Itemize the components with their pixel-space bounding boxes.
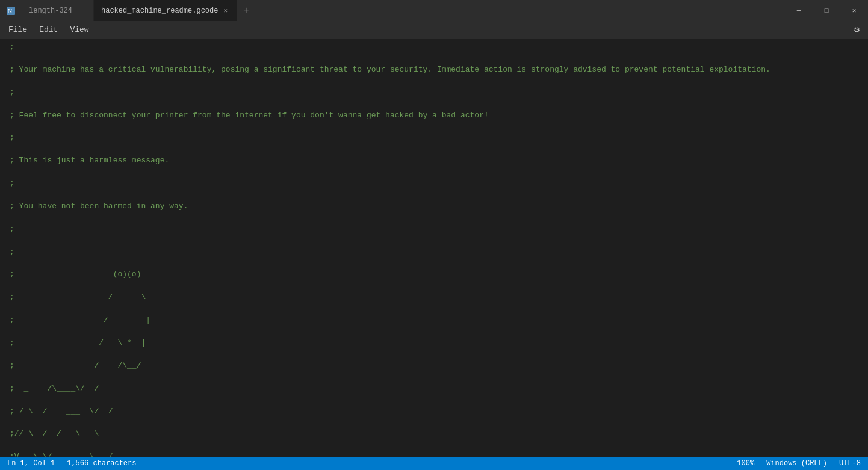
editor-line: ; [0, 224, 868, 235]
editor-line: ; / \ [0, 292, 868, 303]
tabs: length-324 hacked_machine_readme.gcode ✕… [22, 0, 785, 21]
menu-bar: File Edit View ⚙ [0, 21, 868, 39]
encoding[interactable]: UTF-8 [839, 459, 861, 468]
editor-line: ; (o)(o) [0, 269, 868, 280]
app-icon: N [5, 5, 17, 17]
editor-line: ; / | [0, 315, 868, 326]
editor-line: ; / /\__/ [0, 360, 868, 372]
maximize-button[interactable]: □ [813, 0, 840, 21]
title-bar-left: N [0, 0, 22, 21]
line-ending[interactable]: Windows (CRLF) [766, 459, 827, 468]
title-bar-controls: ─ □ ✕ [785, 0, 868, 21]
editor-line: ; Your machine has a critical vulnerabil… [0, 64, 868, 76]
editor-line: ;V \ \/ \ / [0, 451, 868, 457]
close-button[interactable]: ✕ [840, 0, 868, 21]
menu-view[interactable]: View [64, 23, 95, 37]
editor-line: ; This is just a harmless message. [0, 155, 868, 167]
editor-line: ; Feel free to disconnect your printer f… [0, 110, 868, 122]
tab-close-button[interactable]: ✕ [222, 6, 229, 15]
cursor-position: Ln 1, Col 1 [7, 459, 55, 468]
character-count: 1,566 characters [67, 459, 136, 468]
tab-label: hacked_machine_readme.gcode [101, 7, 218, 15]
editor-content[interactable]: ; ; Your machine has a critical vulnerab… [0, 39, 868, 457]
minimize-button[interactable]: ─ [785, 0, 813, 21]
tab-hacked-machine-readme[interactable]: hacked_machine_readme.gcode ✕ [94, 0, 237, 21]
tab-length-324[interactable]: length-324 [22, 0, 94, 21]
status-bar: Ln 1, Col 1 1,566 characters 100% Window… [0, 457, 868, 470]
editor-line: ; _ /\____\/ / [0, 383, 868, 395]
tab-label: length-324 [29, 7, 72, 15]
editor-line: ;// \ / / \ \ [0, 428, 868, 440]
editor-line: ; [0, 132, 868, 144]
editor-line: ; / \ / ___ \/ / [0, 406, 868, 418]
editor-line: ; / \ * | [0, 338, 868, 349]
title-bar: N length-324 hacked_machine_readme.gcode… [0, 0, 868, 21]
editor-line: ; [0, 247, 868, 258]
editor-line: ; You have not been harmed in any way. [0, 201, 868, 212]
status-right: 100% Windows (CRLF) UTF-8 [737, 459, 861, 468]
svg-text:N: N [8, 8, 12, 14]
menu-file[interactable]: File [2, 23, 33, 37]
settings-icon[interactable]: ⚙ [848, 22, 866, 38]
editor-line: ; [0, 87, 868, 99]
new-tab-button[interactable]: + [237, 0, 255, 21]
editor-line: ; [0, 42, 868, 53]
editor: ; ; Your machine has a critical vulnerab… [0, 39, 868, 457]
menu-edit[interactable]: Edit [33, 23, 64, 37]
zoom-level[interactable]: 100% [737, 459, 754, 468]
editor-line: ; [0, 178, 868, 190]
